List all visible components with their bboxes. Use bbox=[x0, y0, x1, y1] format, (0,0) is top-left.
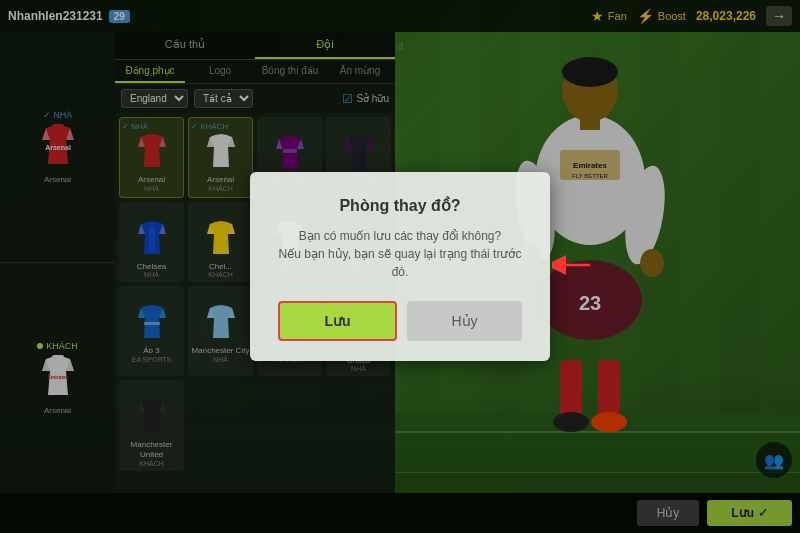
dialog-overlay: Phòng thay đồ? Bạn có muốn lưu các thay … bbox=[0, 0, 800, 533]
dialog-cancel-button[interactable]: Hủy bbox=[407, 301, 522, 341]
save-dialog: Phòng thay đồ? Bạn có muốn lưu các thay … bbox=[250, 172, 550, 361]
dialog-title: Phòng thay đồ? bbox=[278, 196, 522, 215]
dialog-message-line1: Bạn có muốn lưu các thay đổi không? bbox=[299, 229, 501, 243]
dialog-buttons: Lưu Hủy bbox=[278, 301, 522, 341]
dialog-message: Bạn có muốn lưu các thay đổi không? Nếu … bbox=[278, 227, 522, 281]
dialog-save-button[interactable]: Lưu bbox=[278, 301, 397, 341]
dialog-message-line2: Nếu bạn hủy, bạn sẽ quay lại trạng thái … bbox=[279, 247, 522, 279]
arrow-annotation bbox=[552, 250, 592, 284]
